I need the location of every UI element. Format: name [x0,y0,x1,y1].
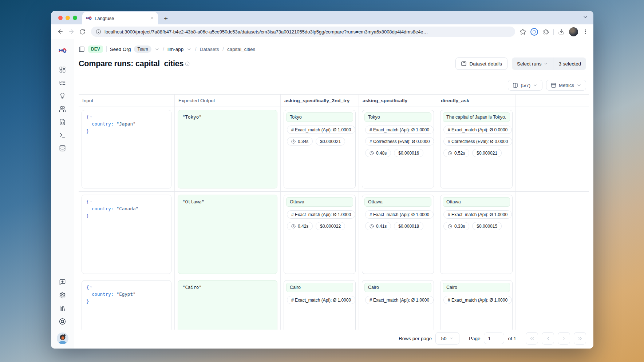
breadcrumb-slash: / [163,46,164,52]
page-count-label: of 1 [508,336,516,341]
close-window-button[interactable] [58,16,63,20]
tab-close-icon[interactable] [150,16,154,21]
support-lifebuoy-icon[interactable] [56,315,69,327]
json-collapse-chevron-icon[interactable]: ˅ [90,200,92,203]
run-observation[interactable]: Cairo # Exact_match (Api): Ø 1.0000 [440,280,513,330]
run-output: Ottawa [443,197,510,207]
score-badge: # Correctness (Eval): Ø 0.0000 [443,137,512,146]
expected-output-panel[interactable]: "Tokyo" [178,110,277,188]
sidebar-item-playground-terminal-icon[interactable] [56,129,69,141]
sidebar-item-prompts-icon[interactable] [56,116,69,128]
sidebar-item-datasets-database-icon[interactable] [56,142,69,154]
column-header-run-2: asking_specifically [359,95,437,107]
run-cell: Tokyo # Exact_match (Api): Ø 1.0000 0.34… [281,107,359,191]
org-type-badge: Team [134,45,151,53]
run-output: Tokyo [364,112,431,122]
run-cell: Ottawa # Exact_match (Api): Ø 1.0000 0.4… [359,192,437,277]
rows-per-page-select[interactable]: 50 [435,332,459,345]
first-page-button[interactable] [526,332,538,345]
input-json-panel[interactable]: {˅ country: "Canada" } [82,195,171,274]
clock-icon [448,224,452,228]
rows-icon [551,83,556,88]
feedback-message-plus-icon[interactable] [56,276,69,288]
json-collapse-chevron-icon[interactable]: ˅ [90,115,92,119]
sidebar-item-dashboard-icon[interactable] [56,63,69,76]
minimize-window-button[interactable] [66,16,70,20]
sidebar-item-sessions-lightbulb-icon[interactable] [56,89,69,102]
address-bar[interactable]: localhost:3000/project/7a88fb47-b4e2-43b… [91,27,515,37]
org-chevron-down-icon[interactable] [155,47,159,52]
main-content: DEV Seed Org Team / llm-app / Dat [74,39,593,349]
latency-badge: 0.52s [443,149,469,157]
select-runs-button[interactable]: Select runs [512,57,553,70]
previous-page-button[interactable] [542,332,554,345]
run-observation[interactable]: Tokyo # Exact_match (Api): Ø 1.0000 # Co… [362,110,434,188]
input-json-panel[interactable]: {˅ country: "Egypt" } [82,280,171,330]
expected-output-panel[interactable]: "Ottawa" [178,195,277,274]
user-avatar[interactable] [57,333,68,344]
window-controls[interactable] [58,16,77,20]
select-runs-group[interactable]: Select runs 3 selected [512,57,586,70]
breadcrumb-datasets[interactable]: Datasets [199,47,219,52]
extensions-puzzle-icon[interactable] [542,28,549,35]
url-text[interactable]: localhost:3000/project/7a88fb47-b4e2-43b… [104,29,428,35]
langfuse-favicon [86,15,92,21]
bookmark-star-icon[interactable] [519,28,526,35]
table-header-row: Input Expected Output asking_specificall… [79,95,589,107]
expected-output-panel[interactable]: "Cairo" [178,280,277,330]
maximize-window-button[interactable] [73,16,77,20]
expected-output-cell: "Cairo" [175,277,281,330]
tab-title: Langfuse [95,16,147,21]
last-page-button[interactable] [574,332,586,345]
sidebar-item-tracing-icon[interactable] [56,76,69,89]
columns-chevron-down-icon [533,83,538,88]
latency-badge: 0.42s [287,222,313,230]
cost-badge: $0.000022 [316,222,345,230]
project-chevron-down-icon[interactable] [187,47,191,52]
browser-tab-langfuse[interactable]: Langfuse [82,12,158,24]
sidebar-toggle-icon[interactable] [79,46,85,52]
metrics-button[interactable]: Metrics [546,80,586,91]
clock-icon [291,224,296,228]
breadcrumb-org[interactable]: Seed Org [110,47,131,52]
password-manager-icon[interactable] [530,28,538,36]
table-row: {˅ country: "Canada" } "Ottawa" Ottawa [79,192,589,277]
browser-menu-kebab-icon[interactable] [582,29,588,35]
docs-library-icon[interactable] [56,302,69,314]
run-observation[interactable]: The capital of Japan is Tokyo. # Exact_m… [440,110,513,188]
run-output: Ottawa [364,197,431,207]
column-visibility-button[interactable]: (5/7) [508,80,542,91]
run-observation[interactable]: Ottawa # Exact_match (Api): Ø 1.0000 0.4… [362,195,434,274]
downloads-icon[interactable] [558,28,565,35]
settings-gear-icon[interactable] [56,289,69,301]
reload-icon[interactable] [78,27,87,36]
back-icon[interactable] [56,27,65,36]
sidebar-item-users-icon[interactable] [56,103,69,115]
clock-icon [370,151,374,155]
run-observation[interactable]: Ottawa # Exact_match (Api): Ø 1.0000 0.4… [284,195,356,274]
forward-icon[interactable] [67,27,76,36]
next-page-button[interactable] [558,332,570,345]
site-info-icon[interactable] [96,29,101,35]
title-info-icon[interactable] [185,61,190,66]
browser-profile-avatar[interactable] [569,27,578,36]
run-observation[interactable]: Ottawa # Exact_match (Api): Ø 1.0000 0.3… [440,195,513,274]
run-observation[interactable]: Cairo # Exact_match (Api): Ø 1.0000 [362,280,434,330]
input-json-panel[interactable]: {˅ country: "Japan" } [82,110,171,188]
page-number-input[interactable] [484,333,504,344]
pagination-footer: Rows per page 50 Page of 1 [74,330,593,349]
json-collapse-chevron-icon[interactable]: ˅ [90,285,92,289]
run-observation[interactable]: Tokyo # Exact_match (Api): Ø 1.0000 0.34… [284,110,356,188]
run-observation[interactable]: Cairo # Exact_match (Api): Ø 1.0000 [284,280,356,330]
cost-badge: $0.000016 [394,149,423,157]
tab-search-chevron-icon[interactable] [582,14,588,20]
run-cell: Tokyo # Exact_match (Api): Ø 1.0000 # Co… [359,107,437,191]
breadcrumb-divider [106,46,107,52]
cost-badge: $0.000015 [472,222,502,230]
dataset-details-button[interactable]: Dataset details [455,57,507,70]
score-badge: # Exact_match (Api): Ø 1.0000 [287,126,355,134]
langfuse-logo[interactable] [56,44,69,57]
breadcrumb-dataset-name[interactable]: capital_cities [227,47,255,52]
new-tab-button[interactable]: + [164,15,168,22]
breadcrumb-project[interactable]: llm-app [167,47,183,52]
